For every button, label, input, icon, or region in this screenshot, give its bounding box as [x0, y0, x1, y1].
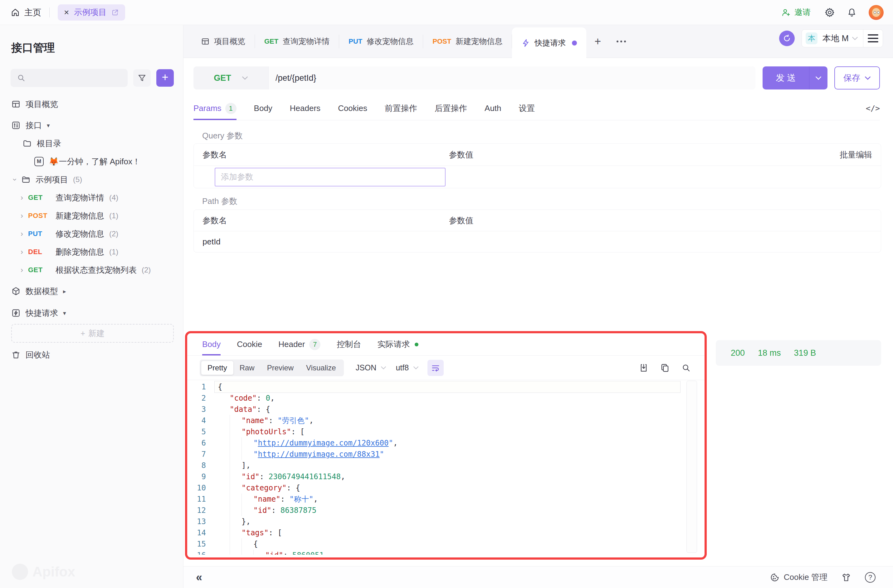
send-dropdown-button[interactable]	[809, 66, 827, 90]
word-wrap-toggle[interactable]	[427, 360, 444, 376]
caret-down-icon[interactable]: ▾	[47, 122, 50, 129]
query-params-title: Query 参数	[202, 130, 243, 141]
method-tag: GET	[264, 38, 278, 45]
tab-post-processors[interactable]: 后置操作	[434, 97, 467, 120]
tab-params[interactable]: Params 1	[194, 97, 236, 120]
sidebar-endpoint[interactable]: › POST 新建宠物信息 (1)	[0, 207, 183, 225]
chevron-right-icon[interactable]: ›	[21, 230, 23, 238]
column-header-name: 参数名	[194, 149, 449, 160]
new-tab-button[interactable]: +	[586, 25, 609, 58]
tab-response-body[interactable]: Body	[202, 333, 221, 356]
caret-right-icon[interactable]: ▸	[63, 288, 66, 295]
add-param-input[interactable]	[215, 168, 446, 186]
chevron-right-icon[interactable]: ›	[21, 194, 23, 201]
save-label: 保存	[843, 72, 860, 84]
environment-menu-button[interactable]	[863, 34, 883, 42]
chevron-right-icon[interactable]: ›	[21, 212, 23, 219]
sidebar-item-data-models[interactable]: 数据模型 ▸	[0, 282, 183, 300]
tab-response-console[interactable]: 控制台	[337, 333, 361, 356]
environment-name: 本地 M	[822, 33, 849, 44]
download-icon[interactable]	[639, 363, 648, 373]
filter-button[interactable]	[133, 69, 151, 87]
mode-preview[interactable]: Preview	[261, 361, 300, 375]
save-button[interactable]: 保存	[834, 66, 880, 90]
environment-select[interactable]: 本 本地 M	[802, 32, 863, 44]
copy-icon[interactable]	[660, 363, 670, 373]
tab-label: 后置操作	[434, 103, 467, 114]
search-icon[interactable]	[681, 363, 691, 373]
tab-label: 项目概览	[214, 36, 245, 46]
format-select[interactable]: JSON	[356, 363, 386, 372]
green-dot	[415, 343, 418, 346]
url-input[interactable]: /pet/{petId}	[268, 66, 755, 90]
tab-cookies[interactable]: Cookies	[338, 97, 367, 120]
invite-button[interactable]: 邀请	[781, 7, 810, 18]
sync-icon	[783, 34, 791, 43]
code-line: 15{	[187, 538, 705, 550]
tab-pre-processors[interactable]: 前置操作	[385, 97, 417, 120]
view-mode-segmented-control: Pretty Raw Preview Visualize	[200, 360, 344, 376]
table-row[interactable]: petId	[194, 231, 881, 252]
sidebar-endpoint[interactable]: › GET 根据状态查找宠物列表 (2)	[0, 261, 183, 279]
send-button[interactable]: 发 送	[762, 66, 827, 90]
new-quick-request-button[interactable]: + 新建	[11, 324, 174, 343]
code-line: 6"http://dummyimage.com/120x600",	[187, 437, 705, 448]
tab-response-header[interactable]: Header 7	[278, 333, 320, 356]
sidebar-endpoint[interactable]: › DEL 删除宠物信息 (1)	[0, 243, 183, 261]
tab-quick-request-active[interactable]: 快捷请求	[512, 27, 586, 58]
mode-pretty[interactable]: Pretty	[201, 361, 233, 375]
sidebar-doc-intro[interactable]: M 🦊一分钟，了解 Apifox！	[0, 153, 183, 171]
method-select[interactable]: GET	[194, 66, 268, 90]
project-tab[interactable]: × 示例项目	[58, 4, 125, 21]
sidebar-item-project-overview[interactable]: 项目概览	[0, 95, 183, 113]
home-button[interactable]: 主页	[11, 7, 41, 18]
tab-project-overview[interactable]: 项目概览	[192, 25, 255, 58]
user-avatar[interactable]	[869, 5, 884, 20]
close-icon[interactable]: ×	[64, 8, 69, 17]
query-params-table: 参数名 参数值 批量编辑	[194, 143, 881, 188]
sidebar-folder-root[interactable]: 根目录	[0, 134, 183, 153]
code-example-icon[interactable]: </>	[866, 104, 880, 113]
sidebar-item-quick-request[interactable]: 快捷请求 ▾	[0, 304, 183, 322]
external-link-icon[interactable]	[111, 9, 119, 16]
caret-down-icon[interactable]: ▾	[63, 310, 66, 317]
add-button[interactable]: +	[156, 69, 174, 87]
tab-label: Cookies	[338, 104, 367, 113]
theme-shirt-icon[interactable]	[841, 572, 851, 582]
notifications-button[interactable]	[847, 8, 857, 18]
tab-actual-request[interactable]: 实际请求	[377, 333, 418, 356]
editor-scrollbar[interactable]	[686, 381, 697, 553]
tab-settings[interactable]: 设置	[519, 97, 535, 120]
bottombar-right: Cookie 管理 ?	[770, 572, 875, 583]
search-input[interactable]	[11, 69, 128, 87]
tab-endpoint-get[interactable]: GET 查询宠物详情	[255, 25, 339, 58]
mode-raw[interactable]: Raw	[233, 361, 261, 375]
help-button[interactable]: ?	[865, 572, 875, 583]
method-value: GET	[214, 73, 231, 83]
tab-auth[interactable]: Auth	[484, 97, 501, 120]
sidebar-endpoint[interactable]: › PUT 修改宠物信息 (2)	[0, 225, 183, 243]
cookie-manager-button[interactable]: Cookie 管理	[770, 572, 827, 583]
collapse-panel-button[interactable]: «	[196, 572, 202, 583]
chevron-right-icon[interactable]: ›	[21, 248, 23, 256]
tab-endpoint-put[interactable]: PUT 修改宠物信息	[339, 25, 423, 58]
tab-headers[interactable]: Headers	[290, 97, 320, 120]
sidebar-item-trash[interactable]: 回收站	[0, 346, 183, 364]
tab-more-button[interactable]	[609, 25, 633, 58]
mode-visualize[interactable]: Visualize	[300, 361, 342, 375]
code-line: 14"tags": [	[187, 527, 705, 538]
tab-body[interactable]: Body	[254, 97, 272, 120]
sidebar-folder-example[interactable]: › 示例项目 (5)	[0, 171, 183, 189]
param-name-cell[interactable]: petId	[194, 237, 449, 247]
tab-endpoint-post[interactable]: POST 新建宠物信息	[423, 25, 512, 58]
sidebar-endpoint[interactable]: › GET 查询宠物详情 (4)	[0, 189, 183, 207]
chevron-right-icon[interactable]: ›	[21, 266, 23, 274]
response-body-editor[interactable]: 1{2"code": 0,3"data": {4"name": "劳引色",5"…	[187, 380, 705, 555]
sync-button[interactable]	[779, 30, 795, 46]
chevron-expanded-icon[interactable]: ›	[11, 178, 19, 181]
encoding-select[interactable]: utf8	[395, 363, 419, 372]
settings-gear-button[interactable]	[824, 7, 835, 18]
batch-edit-button[interactable]: 批量编辑	[840, 149, 881, 160]
tab-response-cookie[interactable]: Cookie	[237, 333, 262, 356]
sidebar-item-apis[interactable]: 接口 ▾	[0, 116, 183, 134]
